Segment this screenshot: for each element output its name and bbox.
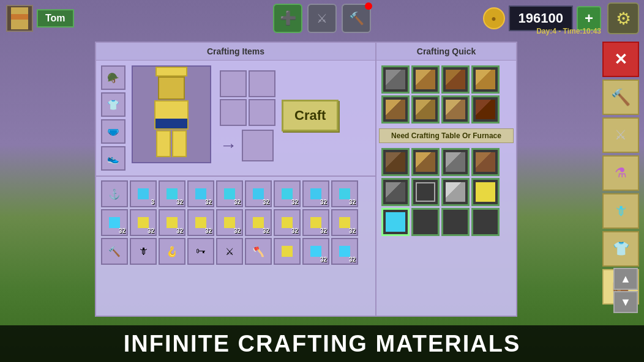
craft-cell-4[interactable] <box>249 99 275 126</box>
craft-cell-1[interactable] <box>220 70 247 97</box>
craft-button[interactable]: Craft <box>282 100 339 131</box>
inv-slot[interactable]: 🔨 <box>101 238 128 265</box>
crafting-quick-panel: Crafting Quick Need Crafting Table Or Fu… <box>376 42 517 317</box>
advanced-slot[interactable] <box>381 178 410 206</box>
sword-button[interactable]: ⚔ <box>307 4 337 33</box>
inv-slot[interactable]: 32 <box>245 209 272 236</box>
quick-slot[interactable] <box>441 65 470 94</box>
advanced-slot[interactable] <box>411 178 440 206</box>
close-button[interactable]: ✕ <box>602 42 639 77</box>
inv-slot[interactable]: 32 <box>302 209 329 236</box>
player-info: Tom <box>6 5 74 32</box>
hammer-tool-icon: 🔨 <box>611 88 631 107</box>
quick-slot[interactable] <box>381 95 410 124</box>
quick-slot[interactable] <box>381 65 410 94</box>
helmet-slot[interactable]: 🪖 <box>101 65 125 90</box>
inv-slot[interactable]: 32 <box>216 209 243 236</box>
chest-slot[interactable]: 👕 <box>101 92 125 117</box>
inv-slot[interactable]: 32 <box>101 209 128 236</box>
inv-slot[interactable]: 32 <box>274 209 301 236</box>
shirt-button[interactable]: 👕 <box>602 231 639 267</box>
sword-tool-button[interactable]: 🗡 <box>602 193 639 229</box>
inv-slot[interactable]: 🗡 <box>130 238 157 265</box>
coin-icon: ● <box>483 7 505 29</box>
craft-arrow: → <box>220 136 237 155</box>
inv-slot[interactable]: 32 <box>331 180 358 207</box>
inv-slot[interactable]: 🪝 <box>159 238 185 265</box>
crafting-table-notice: Need Crafting Table Or Furnace <box>379 128 514 143</box>
player-avatar <box>6 5 33 32</box>
health-button[interactable]: ➕ <box>273 4 302 33</box>
inv-slot[interactable]: ⚔ <box>216 238 243 265</box>
hammer-button[interactable]: 🔨 <box>342 4 371 33</box>
inv-slot[interactable]: 32 <box>331 209 358 236</box>
settings-button[interactable]: ⚙ <box>607 2 639 34</box>
legs-slot[interactable]: 🩲 <box>101 119 125 144</box>
inventory-row-2: 32 32 32 32 32 32 32 32 32 <box>101 209 370 236</box>
advanced-slot-empty[interactable] <box>441 208 470 236</box>
quick-slot[interactable] <box>471 65 500 94</box>
advanced-slot[interactable] <box>471 178 500 206</box>
inventory-section: ⚓ 3 32 32 32 32 32 32 32 32 32 32 32 32 … <box>96 175 375 270</box>
inv-slot[interactable]: 32 <box>302 238 329 265</box>
inv-slot[interactable]: ⚓ <box>101 180 128 207</box>
hammer-icon: 🔨 <box>349 11 364 26</box>
hammer-tool-button[interactable]: 🔨 <box>602 79 639 115</box>
quick-slot[interactable] <box>441 95 470 124</box>
center-icons: ➕ ⚔ 🔨 <box>273 4 371 33</box>
craft-cell-3[interactable] <box>220 99 247 126</box>
inv-slot[interactable]: 🗝 <box>187 238 214 265</box>
advanced-slot[interactable] <box>471 148 500 176</box>
inv-slot[interactable]: 32 <box>130 209 157 236</box>
char-body <box>154 100 189 130</box>
quick-slot[interactable] <box>471 95 500 124</box>
nav-down-button[interactable]: ▼ <box>613 291 638 313</box>
advanced-slot[interactable] <box>441 148 470 176</box>
inv-slot[interactable]: 32 <box>302 180 329 207</box>
close-icon: ✕ <box>614 50 627 69</box>
advanced-slot[interactable] <box>381 148 410 176</box>
craft-cell-2[interactable] <box>249 70 275 97</box>
swords-icon: ⚔ <box>615 127 627 143</box>
inv-slot[interactable]: 32 <box>274 180 301 207</box>
inv-slot[interactable]: 32 <box>159 180 185 207</box>
inv-slot[interactable]: 32 <box>331 238 358 265</box>
char-hat <box>155 67 187 76</box>
crafting-items-header: Crafting Items <box>96 43 375 61</box>
bottom-text: INFINITE CRAFTING MATERIALS <box>124 331 521 357</box>
quick-slot[interactable] <box>411 95 440 124</box>
advanced-slot-empty[interactable] <box>471 208 500 236</box>
right-toolbar: ✕ 🔨 ⚔ ⚗ 🗡 👕 📦 <box>602 42 639 305</box>
day-time-display: Day:4 - Time:10:43 <box>536 27 601 35</box>
quick-slot[interactable] <box>411 65 440 94</box>
inv-slot[interactable]: 32 <box>216 180 243 207</box>
swords-tool-button[interactable]: ⚔ <box>602 117 639 153</box>
inv-slot[interactable]: 32 <box>245 180 272 207</box>
potion-button[interactable]: ⚗ <box>602 155 639 191</box>
settings-icon: ⚙ <box>616 9 631 29</box>
advanced-slot[interactable] <box>411 148 440 176</box>
sword-icon: ⚔ <box>316 11 328 26</box>
char-body-stripe <box>155 119 187 128</box>
nav-up-button[interactable]: ▲ <box>613 268 638 290</box>
bottom-banner: INFINITE CRAFTING MATERIALS <box>0 325 644 362</box>
equipment-slots: 🪖 👕 🩲 👟 <box>101 65 128 171</box>
char-leg-left <box>156 130 171 157</box>
nav-arrows: ▲ ▼ <box>613 268 638 313</box>
boots-slot[interactable]: 👟 <box>101 146 125 171</box>
craft-result-slot[interactable] <box>242 130 274 161</box>
inv-slot[interactable]: 32 <box>187 209 214 236</box>
character-sprite <box>147 72 196 157</box>
inv-slot[interactable]: 🪓 <box>245 238 272 265</box>
inv-slot[interactable]: 3 <box>130 180 157 207</box>
crafting-quick-header: Crafting Quick <box>376 43 516 61</box>
inv-slot[interactable] <box>274 238 301 265</box>
advanced-slot[interactable] <box>441 178 470 206</box>
inv-slot[interactable]: 32 <box>187 180 214 207</box>
advanced-slot-empty[interactable] <box>411 208 440 236</box>
inventory-row-1: ⚓ 3 32 32 32 32 32 32 32 <box>101 180 370 207</box>
char-head <box>158 76 185 100</box>
player-name: Tom <box>37 9 74 28</box>
inv-slot[interactable]: 32 <box>159 209 185 236</box>
advanced-slot-cyan[interactable] <box>381 208 410 236</box>
